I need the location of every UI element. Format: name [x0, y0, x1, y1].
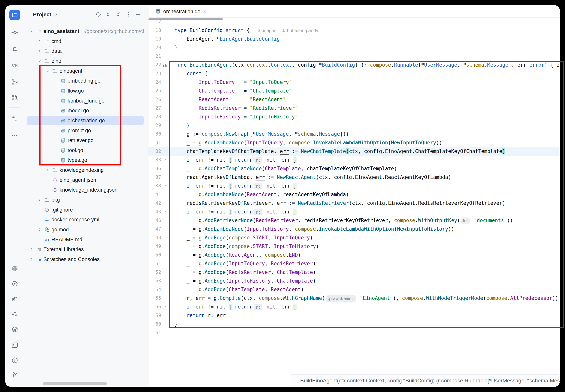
tree-item-docker-compose-yml[interactable]: docker-compose.yml [24, 215, 148, 224]
commit-icon[interactable] [11, 29, 19, 37]
tree-item-scratches-and-consoles[interactable]: Scratches and Consoles [24, 255, 148, 264]
code-text: type BuildConfig struct { 3 usageshuhail… [175, 26, 318, 35]
code-line-20[interactable]: 20} [148, 43, 560, 52]
json-file-icon: {} [52, 177, 58, 183]
line-number: 25 [148, 86, 161, 95]
tree-item-eino[interactable]: eino [24, 56, 148, 66]
tree-item-pkg[interactable]: pkg [24, 195, 148, 204]
svg-text:CR: CR [12, 63, 18, 67]
folder-file-icon [44, 48, 50, 54]
svg-text:{}: {} [53, 178, 57, 182]
tree-item-label: eino [52, 58, 61, 64]
terminal-icon[interactable] [11, 341, 19, 349]
line-number: 32 [148, 147, 161, 156]
more-vertical-icon[interactable] [125, 11, 132, 18]
project-tool-window: Project eino_assistant~/gocode/src/githu… [24, 5, 148, 387]
line-number: 46 [148, 216, 161, 225]
chevron-down-icon[interactable] [37, 58, 42, 64]
chevron-down-icon[interactable] [29, 29, 34, 34]
tree-item-go-mod[interactable]: go.mod [24, 225, 148, 234]
project-panel-horizontal-scrollbar[interactable] [43, 382, 107, 385]
editor-horizontal-scrollbar[interactable] [148, 18, 223, 20]
tree-item-external-libraries[interactable]: External Libraries [24, 245, 148, 254]
activity-bar: CR [5, 5, 24, 387]
code-review-icon[interactable]: CR [11, 61, 19, 69]
tree-item-label: Scratches and Consoles [43, 256, 100, 262]
collapse-all-icon[interactable] [115, 11, 121, 18]
layers-icon[interactable] [11, 326, 19, 333]
tree-item-label: eino_agent.json [59, 177, 96, 183]
git-merge-icon[interactable] [11, 78, 19, 85]
usages-gutter-icon[interactable] [163, 63, 168, 68]
breadcrumb: BuildEinoAgent(ctx context.Context, conf… [300, 378, 560, 384]
code-line-18[interactable]: 18type BuildConfig struct { 3 usageshuha… [148, 26, 560, 35]
problems-icon[interactable] [11, 356, 19, 364]
scratches-file-icon [36, 257, 42, 262]
package-icon[interactable] [11, 265, 19, 272]
go-file-icon [155, 9, 161, 14]
tree-item-label: pkg [52, 197, 60, 203]
chevron-right-icon[interactable] [37, 39, 42, 44]
fold-arrow-icon[interactable] [163, 209, 168, 214]
fold-arrow-icon[interactable] [163, 183, 168, 188]
debug-bug-icon[interactable] [11, 45, 19, 53]
services-icon[interactable] [11, 310, 19, 318]
tree-item-label: knowledge_indexing.json [59, 187, 117, 193]
fold-arrow-icon[interactable] [163, 304, 168, 309]
pull-request-icon[interactable] [11, 94, 19, 101]
folder-file-icon [52, 168, 58, 173]
line-number: 28 [148, 112, 161, 121]
project-panel-title[interactable]: Project [33, 12, 51, 18]
tree-item--gitignore[interactable]: .gitignore [24, 205, 148, 214]
chevron-down-icon [53, 12, 58, 18]
project-panel-header: Project [24, 5, 148, 24]
line-number: 50 [148, 251, 161, 259]
line-number: 41 [148, 190, 161, 199]
line-number: 20 [148, 43, 161, 52]
code-line-19[interactable]: 19 EinoAgent *EinoAgentBuildConfig [148, 35, 560, 43]
tree-item-readme-md[interactable]: MREADME.md [24, 235, 148, 244]
code-line-61[interactable]: 61 [148, 328, 560, 337]
tab-orchestration-go[interactable]: orchestration.go × [152, 5, 210, 18]
chevron-right-icon[interactable] [37, 197, 42, 202]
line-number: 24 [148, 78, 161, 86]
chevron-right-icon[interactable] [29, 257, 34, 262]
line-number: 31 [148, 138, 161, 147]
run-anything-icon[interactable] [11, 280, 19, 288]
push-icon[interactable] [11, 295, 19, 303]
tree-item-label: data [52, 48, 62, 54]
line-number: 22 [148, 60, 161, 69]
tab-label: orchestration.go [163, 9, 200, 14]
structure-icon[interactable] [11, 115, 19, 123]
line-number: 61 [148, 328, 161, 337]
chevron-right-icon[interactable] [45, 168, 50, 173]
tree-item-eino-assistant[interactable]: eino_assistant~/gocode/src/github.com/cl [24, 27, 148, 36]
expand-all-icon[interactable] [105, 11, 111, 18]
code-line-21[interactable]: 21 [148, 52, 560, 61]
tree-item-knowledgeindexing[interactable]: knowledgeindexing [24, 166, 148, 175]
docker-file-icon [44, 217, 50, 222]
tab-close-icon[interactable]: × [203, 9, 207, 14]
tree-item-label: eino_assistant~/gocode/src/github.com/cl [43, 28, 144, 34]
line-number: 59 [148, 311, 161, 320]
tree-item-eino-agent-json[interactable]: {}eino_agent.json [24, 175, 148, 185]
chevron-right-icon[interactable] [37, 49, 42, 54]
author-person-icon [281, 27, 286, 36]
tree-item-data[interactable]: data [24, 46, 148, 56]
hide-icon[interactable] [135, 11, 141, 18]
tree-item-cmd[interactable]: cmd [24, 37, 148, 46]
fold-arrow-icon[interactable] [163, 157, 168, 162]
line-number: 19 [148, 35, 161, 43]
line-number: 53 [148, 276, 161, 285]
tree-item-label: cmd [52, 38, 61, 44]
project-folder-icon[interactable] [9, 10, 20, 20]
more-horizontal-icon[interactable] [11, 131, 19, 139]
line-number: 56 [148, 302, 161, 311]
chevron-right-icon[interactable] [37, 227, 42, 232]
chevron-right-icon[interactable] [29, 247, 34, 252]
git-branch-icon[interactable] [11, 371, 19, 379]
line-number: 30 [148, 130, 161, 139]
tree-item-knowledge-indexing-json[interactable]: {}knowledge_indexing.json [24, 185, 148, 195]
locate-icon[interactable] [95, 11, 102, 18]
line-number: 29 [148, 121, 161, 130]
